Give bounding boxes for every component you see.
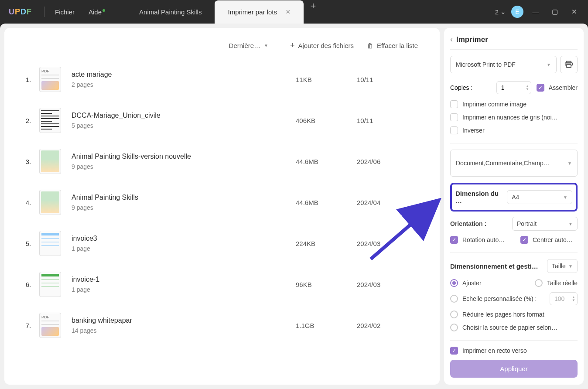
invert-checkbox[interactable]: Inverser — [450, 126, 578, 134]
printer-row: Microsoft Print to PDF▼ — [450, 56, 578, 73]
content-select[interactable]: Document,Commentaire,Champs …▼ — [450, 150, 578, 177]
file-row[interactable]: 5.invoice31 page224KB2024/03 — [17, 223, 427, 264]
sizing-select[interactable]: Taille▼ — [547, 259, 578, 273]
dimension-label: Dimension du … — [455, 190, 507, 205]
apply-button[interactable]: Appliquer — [450, 360, 578, 378]
file-index: 1. — [17, 76, 39, 83]
file-row[interactable]: 1.PDFacte mariage2 pages11KB10/11 — [17, 59, 427, 100]
file-name: invoice3 — [72, 235, 296, 242]
separator — [450, 253, 578, 253]
file-panel: Dernière… ▼ + Ajouter des fichiers 🗑 Eff… — [4, 28, 440, 385]
copies-input[interactable] — [501, 84, 519, 91]
auto-options: ✓Rotation auto… ✓Centrer auto… — [450, 236, 578, 249]
dimension-select[interactable]: A4▼ — [507, 190, 572, 204]
assemble-checkbox[interactable]: ✓ Assembler — [537, 84, 578, 92]
grayscale-checkbox[interactable]: Imprimer en nuances de gris (noir et … — [450, 113, 578, 121]
file-pages: 9 pages — [72, 204, 296, 211]
add-tab-button[interactable]: + — [304, 0, 323, 24]
file-row[interactable]: 4.Animal Painting Skills9 pages44.6MB202… — [17, 182, 427, 223]
checkbox-icon: ✓ — [450, 236, 458, 244]
copies-spinner[interactable]: ▲▼ — [496, 81, 531, 94]
label: Rotation auto… — [462, 236, 505, 243]
separator — [450, 143, 578, 143]
tab-label: Imprimer par lots — [228, 8, 277, 16]
back-chevron-icon[interactable]: ‹ — [450, 35, 453, 44]
label: Choisir la source de papier selon le f… — [462, 324, 558, 331]
menu-help-label: Aide — [89, 8, 102, 16]
avatar[interactable]: E — [511, 6, 523, 18]
custom-scale-radio[interactable]: Echelle personnalisée (%) : ▲▼ — [450, 292, 578, 305]
file-size: 406KB — [296, 117, 357, 124]
tabs: Animal Painting Skills Imprimer par lots… — [126, 0, 323, 24]
checkbox-icon: ✓ — [520, 236, 528, 244]
clear-list-button[interactable]: 🗑 Effacer la liste — [367, 42, 418, 49]
sort-dropdown[interactable]: Dernière… ▼ — [229, 42, 268, 49]
paper-source-radio[interactable]: Choisir la source de papier selon le f… — [450, 324, 578, 331]
label: Echelle personnalisée (%) : — [462, 295, 537, 302]
checkbox-icon: ✓ — [450, 347, 458, 355]
scale-spinner[interactable]: ▲▼ — [550, 292, 578, 305]
plus-icon: + — [290, 41, 295, 50]
tab-animal-painting[interactable]: Animal Painting Skills — [126, 0, 215, 24]
spin-buttons[interactable]: ▲▼ — [526, 85, 529, 91]
file-pages: 1 page — [72, 245, 296, 252]
auto-center-checkbox[interactable]: ✓Centrer auto… — [520, 236, 578, 244]
orientation-select[interactable]: Portrait▼ — [512, 217, 578, 231]
file-row[interactable]: 7.PDFbanking whitepapar14 pages1.1GB2024… — [17, 305, 427, 346]
file-name: DCCA-Mariage_Union_civile — [72, 112, 296, 119]
printer-select[interactable]: Microsoft Print to PDF▼ — [450, 56, 557, 73]
file-info: banking whitepapar14 pages — [72, 317, 296, 334]
close-button[interactable]: ✕ — [567, 5, 581, 19]
menu-file[interactable]: Fichier — [48, 8, 82, 16]
scale-input[interactable] — [554, 295, 572, 302]
printer-icon — [564, 60, 573, 69]
user-count[interactable]: 2 ⌄ — [495, 8, 506, 16]
separator — [450, 340, 578, 341]
print-as-image-checkbox[interactable]: Imprimer comme image — [450, 100, 578, 108]
file-info: Animal Painting Skills9 pages — [72, 194, 296, 211]
file-pages: 5 pages — [72, 122, 296, 129]
shrink-radio[interactable]: Réduire les pages hors format — [450, 311, 578, 318]
print-button[interactable] — [560, 56, 578, 73]
menu-help[interactable]: Aide — [82, 8, 109, 16]
add-files-button[interactable]: + Ajouter des fichiers — [290, 41, 354, 50]
dimension-value: A4 — [512, 194, 519, 201]
radio-icon — [450, 279, 458, 287]
checkbox-icon — [450, 100, 458, 108]
file-row[interactable]: 2.DCCA-Mariage_Union_civile5 pages406KB1… — [17, 100, 427, 141]
sizing-header: Dimensionnement et gesti… Taille▼ — [450, 259, 578, 273]
file-index: 2. — [17, 117, 39, 124]
fit-radio[interactable]: Ajuster — [450, 279, 482, 287]
tab-batch-print[interactable]: Imprimer par lots× — [215, 0, 303, 24]
spin-buttons[interactable]: ▲▼ — [572, 296, 575, 302]
titlebar-right: 2 ⌄ E — ▢ ✕ — [495, 5, 588, 19]
label: Imprimer en nuances de gris (noir et … — [462, 114, 558, 121]
close-icon[interactable]: × — [286, 7, 291, 17]
file-info: Animal Painting Skills-version nouvelle9… — [72, 153, 296, 170]
file-toolbar: Dernière… ▼ + Ajouter des fichiers 🗑 Eff… — [17, 37, 427, 59]
file-thumbnail — [39, 272, 61, 297]
file-thumbnail: PDF — [39, 313, 61, 338]
file-info: invoice31 page — [72, 235, 296, 252]
actual-size-radio[interactable]: Taille réelle — [535, 279, 578, 287]
minimize-button[interactable]: — — [529, 5, 543, 19]
divider — [44, 7, 44, 17]
maximize-button[interactable]: ▢ — [548, 5, 562, 19]
label: Imprimer en recto verso — [462, 347, 527, 354]
panel-title: Imprimer — [456, 35, 488, 44]
file-name: banking whitepapar — [72, 317, 296, 324]
file-date: 2024/03 — [357, 281, 427, 288]
sort-label: Dernière… — [229, 42, 261, 49]
file-index: 3. — [17, 158, 39, 165]
file-size: 224KB — [296, 240, 357, 247]
file-info: DCCA-Mariage_Union_civile5 pages — [72, 112, 296, 129]
file-row[interactable]: 3.Animal Painting Skills-version nouvell… — [17, 141, 427, 182]
file-row[interactable]: 6.invoice-11 page96KB2024/03 — [17, 264, 427, 305]
auto-rotate-checkbox[interactable]: ✓Rotation auto… — [450, 236, 507, 244]
label: Ajuster — [462, 280, 482, 287]
file-thumbnail — [39, 190, 61, 215]
printer-value: Microsoft Print to PDF — [456, 61, 516, 68]
clear-label: Effacer la liste — [377, 42, 418, 49]
duplex-checkbox[interactable]: ✓Imprimer en recto verso — [450, 347, 578, 355]
file-thumbnail — [39, 149, 61, 174]
